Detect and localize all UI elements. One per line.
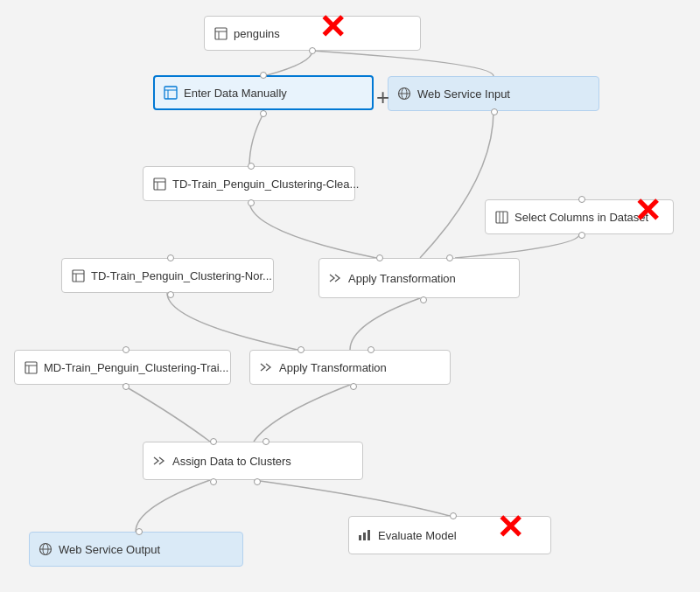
apply-transform1-port-top-right[interactable] — [446, 254, 453, 261]
penguins-port-bottom[interactable] — [309, 47, 316, 54]
select-columns-port-top[interactable] — [578, 196, 585, 203]
web-service-input-label: Web Service Input — [417, 87, 510, 101]
apply-transform1-icon — [328, 271, 342, 285]
web-service-output-label: Web Service Output — [59, 543, 160, 556]
md-train-node[interactable]: MD-Train_Penguin_Clustering-Trai... — [14, 350, 231, 385]
md-train-port-top[interactable] — [122, 346, 130, 353]
penguins-label: penguins — [234, 27, 280, 40]
td-clean-label: TD-Train_Penguin_Clustering-Clea... — [172, 178, 359, 191]
evaluate-model-node[interactable]: Evaluate Model — [348, 516, 551, 554]
enter-data-node[interactable]: Enter Data Manually — [153, 75, 374, 110]
apply-transform1-label: Apply Transformation — [348, 272, 456, 285]
dataset-icon — [214, 26, 228, 40]
apply-transform1-port-bottom[interactable] — [420, 296, 427, 303]
td-clean-icon — [152, 177, 166, 191]
apply-transform1-node[interactable]: Apply Transformation — [318, 258, 520, 298]
svg-rect-15 — [73, 270, 84, 282]
web-service-input-icon — [397, 87, 411, 101]
select-columns-icon — [494, 210, 508, 224]
td-clean-port-top[interactable] — [248, 163, 255, 170]
apply-transform2-icon — [259, 360, 273, 374]
svg-rect-0 — [215, 28, 227, 39]
assign-clusters-port-bottom-left[interactable] — [210, 478, 217, 485]
assign-clusters-port-top-left[interactable] — [210, 438, 217, 445]
svg-rect-22 — [363, 533, 366, 540]
assign-clusters-port-bottom-right[interactable] — [254, 478, 261, 485]
evaluate-model-port-top[interactable] — [450, 512, 457, 519]
web-service-output-icon — [38, 542, 52, 556]
enter-data-label: Enter Data Manually — [184, 87, 287, 100]
assign-clusters-port-top-right[interactable] — [262, 438, 270, 445]
assign-clusters-label: Assign Data to Clusters — [172, 455, 291, 468]
td-clean-port-bottom[interactable] — [248, 199, 255, 206]
select-columns-port-bottom[interactable] — [578, 232, 585, 239]
assign-clusters-node[interactable]: Assign Data to Clusters — [143, 442, 363, 480]
select-columns-node[interactable]: Select Columns in Dataset — [485, 199, 674, 234]
td-clean-node[interactable]: TD-Train_Penguin_Clustering-Clea... — [143, 166, 355, 201]
evaluate-model-icon — [358, 528, 372, 542]
web-service-output-port-top[interactable] — [136, 528, 143, 535]
web-service-input-node[interactable]: Web Service Input — [388, 76, 599, 111]
svg-rect-3 — [164, 87, 177, 99]
td-norm-port-bottom[interactable] — [167, 291, 174, 298]
apply-transform1-port-top-left[interactable] — [376, 254, 383, 261]
td-norm-node[interactable]: TD-Train_Penguin_Clustering-Nor... — [61, 258, 274, 293]
apply-transform2-label: Apply Transformation — [279, 361, 387, 374]
md-train-icon — [24, 360, 38, 374]
apply-transform2-port-top-left[interactable] — [298, 346, 304, 353]
svg-rect-21 — [359, 535, 361, 540]
svg-rect-23 — [368, 530, 370, 540]
enter-data-port-bottom[interactable] — [260, 110, 267, 117]
apply-transform2-port-top-right[interactable] — [368, 346, 374, 353]
assign-clusters-icon — [152, 454, 166, 468]
td-norm-label: TD-Train_Penguin_Clustering-Nor... — [91, 269, 272, 282]
evaluate-model-label: Evaluate Model — [378, 529, 457, 542]
penguins-node[interactable]: penguins — [204, 16, 421, 51]
svg-rect-12 — [496, 212, 508, 223]
md-train-port-bottom[interactable] — [122, 383, 130, 390]
svg-rect-18 — [25, 362, 37, 373]
enter-data-port-top[interactable] — [260, 72, 267, 79]
md-train-label: MD-Train_Penguin_Clustering-Trai... — [44, 361, 228, 374]
web-service-input-port-bottom[interactable] — [491, 108, 498, 115]
select-columns-label: Select Columns in Dataset — [514, 211, 648, 224]
enter-data-icon — [164, 86, 178, 100]
apply-transform2-port-bottom[interactable] — [350, 383, 357, 390]
svg-rect-9 — [154, 178, 165, 190]
web-service-output-node[interactable]: Web Service Output — [29, 532, 243, 567]
apply-transform2-node[interactable]: Apply Transformation — [249, 350, 451, 385]
td-norm-icon — [71, 268, 85, 282]
td-norm-port-top[interactable] — [167, 254, 174, 261]
pipeline-canvas: penguins ✕ Enter Data Manually + Web Ser… — [0, 0, 700, 592]
